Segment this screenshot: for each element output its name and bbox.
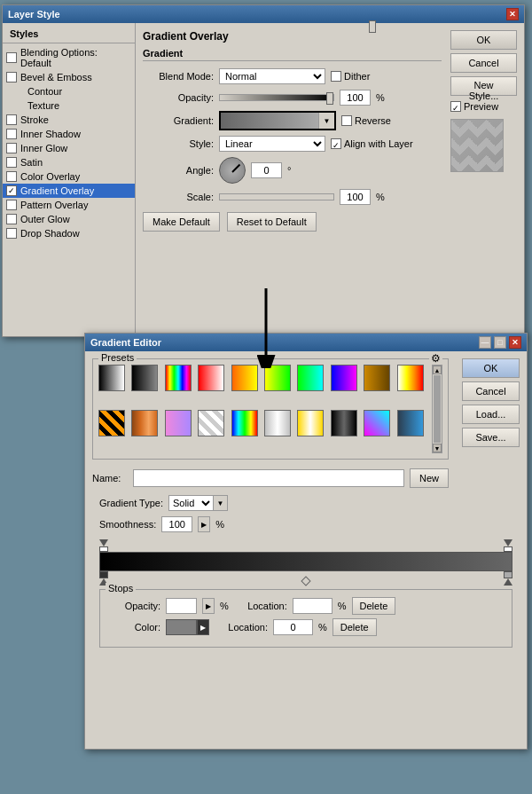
outer-glow-checkbox[interactable] [6, 214, 17, 224]
ge-load-button[interactable]: Load... [462, 405, 520, 424]
opacity-location-percent: % [338, 601, 347, 611]
opacity-stop-right[interactable] [503, 539, 513, 552]
new-gradient-button[interactable]: New [410, 468, 449, 488]
make-default-button[interactable]: Make Default [143, 212, 220, 232]
color-arrow-btn[interactable]: ▶ [197, 619, 209, 635]
opacity-slider[interactable] [219, 94, 334, 101]
preset-pink[interactable] [165, 410, 192, 436]
angle-dial[interactable] [219, 157, 246, 184]
opacity-location-input[interactable] [293, 598, 332, 614]
sidebar-item-blending[interactable]: Blending Options: Default [3, 45, 135, 70]
opacity-delete-button[interactable]: Delete [352, 597, 396, 615]
inner-glow-checkbox[interactable] [6, 143, 17, 153]
ge-save-button[interactable]: Save... [462, 428, 520, 447]
reverse-checkbox[interactable] [341, 115, 352, 126]
preset-neon[interactable] [364, 410, 390, 436]
reset-default-button[interactable]: Reset to Default [227, 212, 317, 232]
preset-green-cyan[interactable] [297, 365, 324, 391]
preset-bronze[interactable] [364, 365, 390, 391]
preset-blue-magenta[interactable] [331, 365, 357, 391]
scale-input[interactable] [340, 189, 371, 205]
color-overlay-checkbox[interactable] [6, 171, 17, 182]
preset-ocean[interactable] [397, 410, 424, 436]
smoothness-input[interactable] [161, 516, 192, 532]
settings-gear-icon[interactable]: ⚙ [429, 352, 442, 365]
preset-black-trans[interactable] [131, 365, 158, 391]
midpoint-marker[interactable] [301, 577, 311, 586]
preview-label: Preview [464, 101, 498, 112]
satin-checkbox[interactable] [6, 157, 17, 168]
pattern-overlay-checkbox[interactable] [6, 200, 17, 210]
preset-black-white[interactable] [98, 365, 125, 391]
gradient-dropdown-btn[interactable]: ▼ [318, 113, 334, 129]
bevel-checkbox[interactable] [6, 72, 17, 83]
scale-slider-thumb[interactable] [369, 20, 376, 33]
gradient-overlay-checkbox[interactable] [6, 185, 17, 196]
smoothness-arrow-btn[interactable]: ▶ [198, 516, 210, 532]
gradient-type-select[interactable]: Solid Noise [168, 495, 214, 511]
color-swatch[interactable] [166, 619, 197, 635]
blending-checkbox[interactable] [6, 52, 17, 63]
sidebar-item-satin[interactable]: Satin [3, 155, 135, 169]
preset-gold[interactable] [297, 410, 324, 436]
preset-stripe1[interactable] [98, 410, 125, 436]
layer-style-close-button[interactable]: ✕ [506, 8, 519, 20]
ok-button[interactable]: OK [450, 30, 517, 50]
opacity-stop-left[interactable] [98, 539, 109, 552]
sidebar-item-color-overlay[interactable]: Color Overlay [3, 169, 135, 184]
maximize-btn[interactable]: □ [494, 336, 506, 349]
sidebar-item-inner-glow[interactable]: Inner Glow [3, 141, 135, 155]
preset-red-white[interactable] [198, 365, 224, 391]
name-input[interactable]: Custom [133, 469, 404, 487]
gradient-selector[interactable]: ▼ [219, 111, 336, 130]
sidebar-item-pattern-overlay[interactable]: Pattern Overlay [3, 198, 135, 212]
sidebar-item-outer-glow[interactable]: Outer Glow [3, 212, 135, 226]
sidebar-item-inner-shadow[interactable]: Inner Shadow [3, 127, 135, 141]
scale-slider[interactable] [219, 193, 334, 200]
blend-mode-select[interactable]: Normal [219, 68, 325, 84]
sidebar-item-stroke[interactable]: Stroke [3, 113, 135, 127]
ge-ok-button[interactable]: OK [462, 358, 520, 378]
preset-transparent-check[interactable] [198, 410, 224, 436]
scroll-down-arrow[interactable]: ▼ [433, 444, 442, 452]
color-stop-right[interactable] [503, 571, 513, 586]
inner-shadow-checkbox[interactable] [6, 129, 17, 139]
scroll-up-arrow[interactable]: ▲ [433, 366, 442, 374]
dither-checkbox[interactable] [331, 71, 341, 82]
color-location-input[interactable] [273, 619, 313, 635]
preset-rainbow[interactable] [165, 365, 192, 391]
preview-checkbox[interactable]: ✓ [450, 101, 461, 112]
preset-white-red[interactable] [397, 365, 424, 391]
sidebar-item-drop-shadow[interactable]: Drop Shadow [3, 226, 135, 240]
opacity-input[interactable] [340, 90, 371, 106]
sidebar-item-gradient-overlay[interactable]: Gradient Overlay [3, 184, 135, 198]
presets-grid-container: ▲ ▼ [98, 365, 442, 453]
opacity-stop-input[interactable] [166, 598, 197, 614]
preset-spectrum[interactable] [231, 410, 258, 436]
gradient-bar[interactable] [99, 552, 512, 571]
stroke-checkbox[interactable] [6, 114, 17, 125]
color-swatch-group: ▶ [166, 619, 209, 635]
preset-dark[interactable] [331, 410, 357, 436]
angle-input[interactable] [251, 162, 282, 178]
drop-shadow-checkbox[interactable] [6, 228, 17, 239]
gradient-overlay-settings: Gradient Overlay Gradient Blend Mode: No… [136, 23, 524, 336]
sidebar-item-contour[interactable]: Contour [3, 84, 135, 98]
minimize-btn[interactable]: — [479, 336, 491, 349]
opacity-slider-thumb[interactable] [326, 92, 333, 105]
opacity-stop-arrow[interactable]: ▶ [202, 598, 215, 614]
sidebar-item-texture[interactable]: Texture [3, 98, 135, 113]
preset-silver[interactable] [264, 410, 291, 436]
sidebar-item-bevel[interactable]: Bevel & Emboss [3, 70, 135, 84]
style-select[interactable]: Linear [219, 136, 325, 152]
color-delete-button[interactable]: Delete [332, 618, 377, 636]
align-layer-checkbox[interactable]: ✓ [331, 138, 341, 149]
scale-row: Scale: % [143, 189, 442, 205]
ge-cancel-button[interactable]: Cancel [462, 381, 520, 401]
preset-copper[interactable] [131, 410, 158, 436]
new-style-button[interactable]: New Style... [450, 76, 517, 96]
gradient-editor-close-btn[interactable]: ✕ [509, 336, 521, 349]
cancel-button[interactable]: Cancel [450, 53, 517, 73]
gradient-bar-area [99, 539, 512, 586]
gradient-type-dropdown-arrow[interactable]: ▼ [214, 495, 228, 511]
